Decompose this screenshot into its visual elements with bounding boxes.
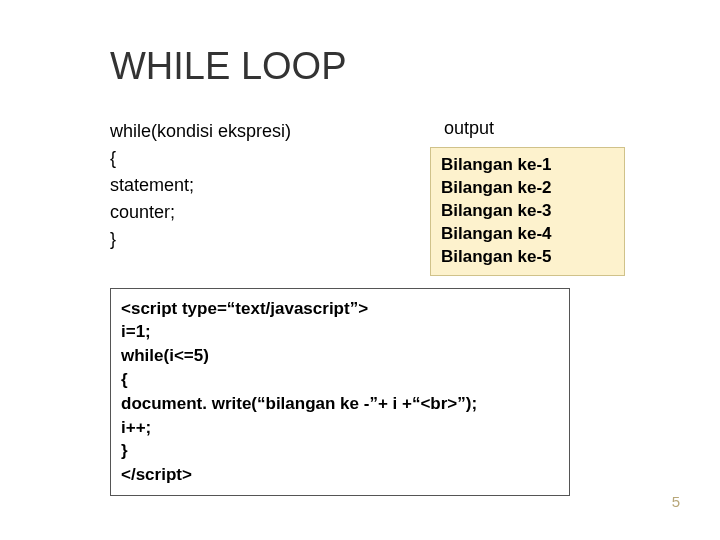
output-line: Bilangan ke-1 — [441, 154, 614, 177]
syntax-line: } — [110, 226, 340, 253]
output-box: Bilangan ke-1 Bilangan ke-2 Bilangan ke-… — [430, 147, 625, 276]
code-line: while(i<=5) — [121, 344, 559, 368]
code-line: <script type=“text/javascript”> — [121, 297, 559, 321]
output-line: Bilangan ke-2 — [441, 177, 614, 200]
content-columns: while(kondisi ekspresi) { statement; cou… — [110, 118, 720, 276]
output-label: output — [430, 118, 625, 139]
syntax-line: statement; — [110, 172, 340, 199]
output-line: Bilangan ke-5 — [441, 246, 614, 269]
code-line: } — [121, 439, 559, 463]
code-line: </script> — [121, 463, 559, 487]
output-line: Bilangan ke-3 — [441, 200, 614, 223]
code-line: { — [121, 368, 559, 392]
syntax-line: { — [110, 145, 340, 172]
code-line: i=1; — [121, 320, 559, 344]
code-line: document. write(“bilangan ke -”+ i +“<br… — [121, 392, 559, 416]
code-line: i++; — [121, 416, 559, 440]
slide-title: WHILE LOOP — [110, 45, 720, 88]
output-line: Bilangan ke-4 — [441, 223, 614, 246]
syntax-block: while(kondisi ekspresi) { statement; cou… — [110, 118, 340, 276]
code-box: <script type=“text/javascript”> i=1; whi… — [110, 288, 570, 496]
page-number: 5 — [672, 493, 680, 510]
syntax-line: while(kondisi ekspresi) — [110, 118, 340, 145]
output-column: output Bilangan ke-1 Bilangan ke-2 Bilan… — [430, 118, 625, 276]
syntax-line: counter; — [110, 199, 340, 226]
